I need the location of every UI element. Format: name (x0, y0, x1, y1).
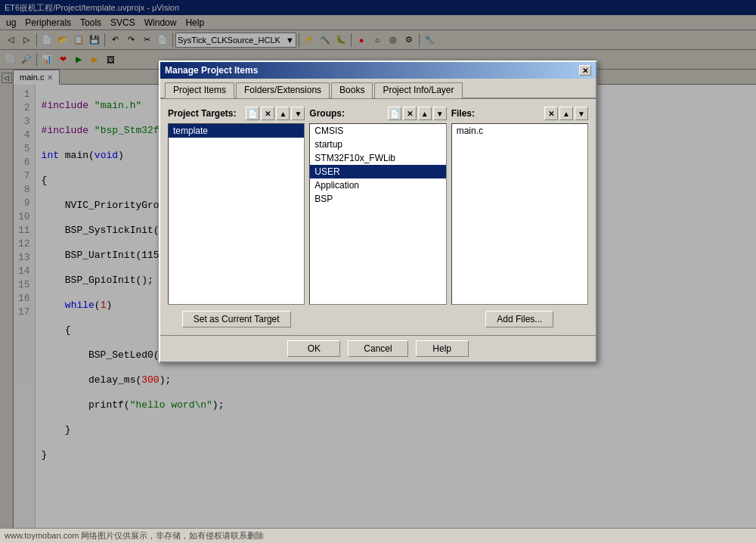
grp-down-btn[interactable]: ▼ (433, 107, 447, 120)
add-files-btn[interactable]: Add Files... (485, 311, 553, 327)
dialog-close-btn[interactable]: ✕ (579, 65, 591, 76)
dialog-tab-project-info[interactable]: Project Info/Layer (374, 82, 462, 98)
set-target-container: Set as Current Target (168, 311, 305, 327)
groups-spacer (309, 311, 446, 327)
dialog-tabs: Project Items Folders/Extensions Books P… (160, 79, 596, 99)
dialog-content: Project Targets: 📄 ✕ ▲ ▼ template (160, 99, 596, 335)
project-targets-header: Project Targets: 📄 ✕ ▲ ▼ (168, 107, 305, 120)
grp-item-cmsis[interactable]: CMSIS (310, 124, 445, 138)
pt-up-btn[interactable]: ▲ (276, 107, 290, 120)
file-item-main[interactable]: main.c (452, 124, 587, 138)
grp-delete-btn[interactable]: ✕ (403, 107, 417, 120)
grp-item-user[interactable]: USER (310, 165, 445, 178)
grp-up-btn[interactable]: ▲ (418, 107, 432, 120)
files-icons: ✕ ▲ ▼ (544, 107, 588, 120)
files-label: Files: (451, 108, 475, 119)
files-list[interactable]: main.c (451, 123, 588, 305)
pt-delete-btn[interactable]: ✕ (261, 107, 274, 120)
files-header: Files: ✕ ▲ ▼ (451, 107, 588, 120)
project-targets-list[interactable]: template (168, 123, 305, 305)
dialog-title-text: Manage Project Items (165, 65, 258, 76)
manage-project-dialog: Manage Project Items ✕ Project Items Fol… (159, 61, 597, 363)
dialog-tab-books[interactable]: Books (331, 82, 373, 98)
cancel-btn[interactable]: Cancel (348, 340, 407, 357)
project-targets-label: Project Targets: (168, 108, 236, 119)
dialog-footer: OK Cancel Help (160, 335, 596, 361)
file-up-btn[interactable]: ▲ (559, 107, 573, 120)
set-current-target-btn[interactable]: Set as Current Target (182, 311, 291, 327)
grp-item-bsp[interactable]: BSP (310, 192, 445, 206)
files-col: Files: ✕ ▲ ▼ main.c (451, 107, 588, 305)
groups-label: Groups: (309, 108, 345, 119)
help-btn[interactable]: Help (416, 340, 469, 357)
grp-item-app[interactable]: Application (310, 178, 445, 192)
three-columns: Project Targets: 📄 ✕ ▲ ▼ template (168, 107, 588, 305)
watermark: www.toymoban.com 网络图片仅供展示，非存储，如有侵权请联系删除 (0, 528, 756, 543)
groups-header: Groups: 📄 ✕ ▲ ▼ (309, 107, 446, 120)
pt-item-template[interactable]: template (169, 124, 304, 138)
grp-new-btn[interactable]: 📄 (388, 107, 401, 120)
add-files-container: Add Files... (451, 311, 588, 327)
groups-icons: 📄 ✕ ▲ ▼ (388, 107, 447, 120)
dialog-title-bar: Manage Project Items ✕ (160, 62, 596, 79)
file-delete-btn[interactable]: ✕ (544, 107, 558, 120)
project-targets-icons: 📄 ✕ ▲ ▼ (246, 107, 305, 120)
file-down-btn[interactable]: ▼ (575, 107, 588, 120)
grp-item-startup[interactable]: startup (310, 138, 445, 151)
dialog-tab-project-items[interactable]: Project Items (165, 82, 234, 98)
modal-overlay: Manage Project Items ✕ Project Items Fol… (0, 0, 756, 543)
grp-item-stm32[interactable]: STM32F10x_FWLib (310, 151, 445, 165)
ok-btn[interactable]: OK (287, 340, 340, 357)
pt-down-btn[interactable]: ▼ (291, 107, 305, 120)
col-bottom-btns: Set as Current Target Add Files... (168, 311, 588, 327)
dialog-tab-folders[interactable]: Folders/Extensions (236, 82, 330, 98)
project-targets-col: Project Targets: 📄 ✕ ▲ ▼ template (168, 107, 305, 305)
groups-col: Groups: 📄 ✕ ▲ ▼ CMSIS startup STM32F10x_… (309, 107, 446, 305)
pt-new-btn[interactable]: 📄 (246, 107, 259, 120)
watermark-text: www.toymoban.com 网络图片仅供展示，非存储，如有侵权请联系删除 (5, 530, 264, 541)
groups-list[interactable]: CMSIS startup STM32F10x_FWLib USER Appli… (309, 123, 446, 305)
